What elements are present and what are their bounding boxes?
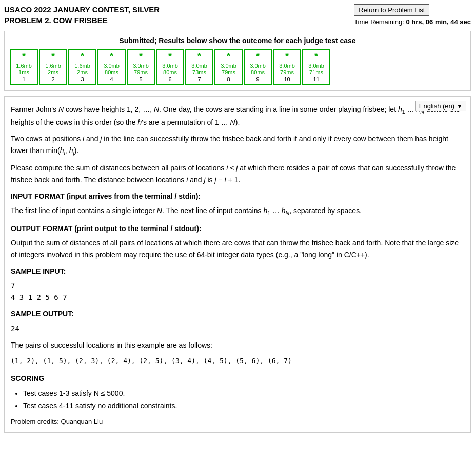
test-memory: 3.0mb (219, 63, 239, 69)
test-star: * (131, 51, 151, 63)
page-header: USACO 2022 January Contest, Silver Probl… (4, 4, 471, 26)
input-para: The first line of input contains a singl… (11, 205, 464, 218)
test-star: * (219, 51, 239, 63)
test-num: 2 (43, 76, 63, 83)
test-time: 71ms (306, 69, 326, 76)
test-star: * (102, 51, 122, 63)
test-num: 7 (189, 76, 209, 83)
test-case: * 3.0mb 80ms 9 (244, 49, 272, 85)
test-num: 8 (219, 76, 239, 83)
input-format-header: INPUT FORMAT (input arrives from the ter… (11, 191, 464, 202)
time-label: Time Remaining: (354, 18, 404, 26)
test-memory: 1.6mb (14, 63, 34, 69)
test-star: * (14, 51, 34, 63)
scoring-bullet: Test cases 4-11 satisfy no additional co… (23, 400, 464, 411)
time-remaining: Time Remaining: 0 hrs, 06 min, 44 sec (354, 18, 471, 26)
scoring-list: Test cases 1-3 satisfy N ≤ 5000.Test cas… (23, 388, 464, 412)
test-case: * 3.0mb 79ms 8 (214, 49, 243, 85)
test-star: * (306, 51, 326, 63)
scoring-bullet: Test cases 1-3 satisfy N ≤ 5000. (23, 388, 464, 399)
return-button[interactable]: Return to Problem List (354, 4, 429, 16)
test-star: * (189, 51, 209, 63)
test-num: 11 (306, 76, 326, 83)
test-num: 10 (277, 76, 297, 83)
test-star: * (43, 51, 63, 63)
test-star: * (277, 51, 297, 63)
test-star: * (72, 51, 92, 63)
scoring-header: SCORING (11, 373, 464, 384)
language-selector[interactable]: English (en) ▼ (415, 101, 466, 111)
test-time: 80ms (248, 69, 268, 76)
test-num: 3 (72, 76, 92, 83)
para-2: Two cows at positions i and j in the lin… (11, 133, 464, 157)
test-num: 6 (160, 76, 180, 83)
test-time: 2ms (72, 69, 92, 76)
test-memory: 3.0mb (306, 63, 326, 69)
sample-output-data: 24 (11, 323, 464, 334)
problem-credits: Problem credits: Quanquan Liu (11, 416, 464, 427)
test-num: 4 (102, 76, 122, 83)
test-cases-container: * 1.6mb 1ms 1 * 1.6mb 2ms 2 * 1.6mb 2ms … (10, 49, 465, 85)
language-label: English (en) (419, 102, 454, 110)
test-memory: 1.6mb (43, 63, 63, 69)
title-line2: Problem 2. Cow Frisbee (4, 15, 160, 26)
para-1: Farmer John's N cows have heights 1, 2, … (11, 104, 464, 128)
header-right: Return to Problem List Time Remaining: 0… (354, 4, 471, 26)
test-memory: 3.0mb (131, 63, 151, 69)
para-3: Please compute the sum of distances betw… (11, 162, 464, 185)
test-num: 9 (248, 76, 268, 83)
test-case: * 1.6mb 1ms 1 (10, 49, 38, 85)
test-case: * 3.0mb 73ms 7 (185, 49, 213, 85)
test-time: 79ms (131, 69, 151, 76)
submission-box: Submitted; Results below show the outcom… (4, 31, 471, 91)
problem-title: USACO 2022 January Contest, Silver Probl… (4, 4, 160, 26)
test-time: 80ms (102, 69, 122, 76)
sample-output-header: SAMPLE OUTPUT: (11, 308, 464, 319)
test-time: 1ms (14, 69, 34, 76)
explanation-para: The pairs of successful locations in thi… (11, 339, 464, 351)
test-case: * 3.0mb 79ms 10 (273, 49, 301, 85)
test-memory: 3.0mb (277, 63, 297, 69)
test-num: 5 (131, 76, 151, 83)
problem-area: English (en) ▼ Farmer John's N cows have… (4, 96, 471, 433)
test-case: * 3.0mb 80ms 4 (97, 49, 126, 85)
sample-input-header: SAMPLE INPUT: (11, 265, 464, 277)
submission-title: Submitted; Results below show the outcom… (10, 36, 465, 45)
time-value: 0 hrs, 06 min, 44 sec (406, 18, 471, 26)
test-memory: 3.0mb (189, 63, 209, 69)
test-time: 79ms (277, 69, 297, 76)
output-format-header: OUTPUT FORMAT (print output to the termi… (11, 223, 464, 234)
test-case: * 3.0mb 71ms 11 (302, 49, 330, 85)
test-time: 73ms (189, 69, 209, 76)
test-time: 2ms (43, 69, 63, 76)
test-time: 80ms (160, 69, 180, 76)
test-num: 1 (14, 76, 34, 83)
sample-input-data: 7 4 3 1 2 5 6 7 (11, 280, 464, 303)
test-star: * (160, 51, 180, 63)
test-case: * 3.0mb 79ms 5 (127, 49, 155, 85)
test-memory: 3.0mb (102, 63, 122, 69)
test-case: * 1.6mb 2ms 3 (68, 49, 96, 85)
pairs-line: (1, 2), (1, 5), (2, 3), (2, 4), (2, 5), … (11, 356, 464, 367)
test-star: * (248, 51, 268, 63)
test-case: * 1.6mb 2ms 2 (39, 49, 67, 85)
test-memory: 1.6mb (72, 63, 92, 69)
test-memory: 3.0mb (248, 63, 268, 69)
title-line1: USACO 2022 January Contest, Silver (4, 4, 160, 15)
problem-content: Farmer John's N cows have heights 1, 2, … (11, 104, 464, 427)
test-time: 79ms (219, 69, 239, 76)
output-para: Output the sum of distances of all pairs… (11, 237, 464, 260)
chevron-down-icon: ▼ (457, 103, 463, 110)
test-case: * 3.0mb 80ms 6 (156, 49, 184, 85)
test-memory: 3.0mb (160, 63, 180, 69)
